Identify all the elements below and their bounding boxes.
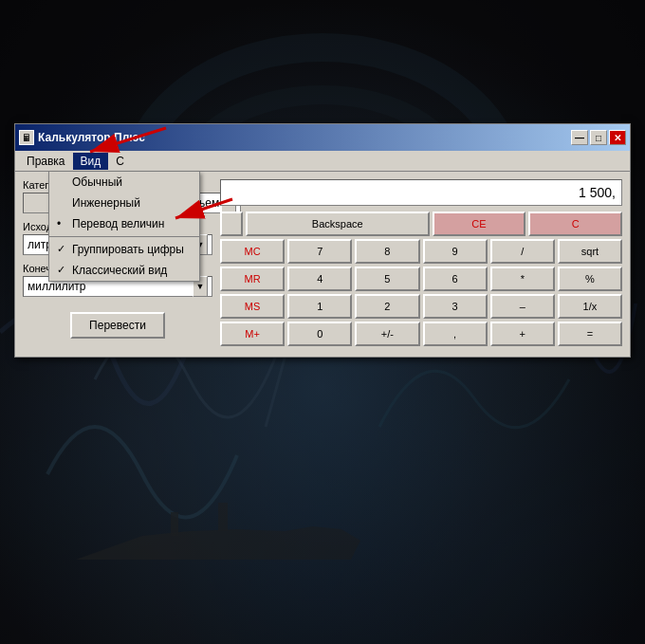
window-controls: — □ ✕	[571, 130, 626, 145]
percent-button[interactable]: %	[558, 267, 622, 291]
menu-classic-view[interactable]: Классический вид	[49, 260, 199, 281]
target-value: миллилитр	[28, 280, 191, 293]
plus-button[interactable]: +	[490, 322, 555, 346]
view-dropdown-menu: Обычный Инженерный Перевод величин Групп…	[48, 172, 200, 282]
svg-rect-1	[171, 512, 178, 536]
btn-1[interactable]: 1	[287, 294, 352, 319]
btn-5[interactable]: 5	[355, 267, 419, 291]
menu-bar: Правка Вид С Обычный Инженерный Перевод …	[15, 151, 630, 172]
display-value: 1 500,	[579, 185, 616, 200]
reciprocal-button[interactable]: 1/x	[558, 294, 622, 319]
menu-unit-conversion[interactable]: Перевод величин	[49, 213, 199, 234]
btn-8[interactable]: 8	[355, 239, 419, 264]
sqrt-button[interactable]: sqrt	[558, 239, 622, 264]
backspace-button[interactable]: Backspace	[246, 212, 430, 236]
menu-edit[interactable]: Правка	[19, 153, 73, 170]
btn-2[interactable]: 2	[355, 294, 419, 319]
btn-3[interactable]: 3	[423, 294, 488, 319]
maximize-button[interactable]: □	[590, 130, 607, 145]
btn-6[interactable]: 6	[423, 267, 488, 291]
multiply-button[interactable]: *	[490, 267, 555, 291]
c-button[interactable]: C	[528, 212, 622, 236]
small-box	[220, 212, 243, 236]
menu-misc[interactable]: С	[108, 153, 132, 170]
ms-button[interactable]: MS	[220, 294, 285, 319]
btn-9[interactable]: 9	[423, 239, 488, 264]
minus-button[interactable]: –	[490, 294, 555, 319]
sign-button[interactable]: +/-	[355, 322, 419, 346]
mplus-button[interactable]: M+	[220, 322, 285, 346]
menu-ordinary[interactable]: Обычный	[49, 172, 199, 193]
minimize-button[interactable]: —	[571, 130, 588, 145]
equals-button[interactable]: =	[558, 322, 622, 346]
menu-divider	[49, 236, 199, 237]
convert-button[interactable]: Перевести	[70, 312, 165, 339]
title-bar: 🖩 Калькулятор Плюс — □ ✕	[15, 124, 630, 151]
ce-button[interactable]: CE	[433, 212, 526, 236]
menu-view[interactable]: Вид	[73, 153, 109, 170]
calculator-display: 1 500,	[220, 179, 622, 206]
mc-button[interactable]: MC	[220, 239, 285, 264]
calculator-panel: 1 500, Backspace CE C MC 7 8 9 / sqrt MR	[220, 179, 622, 349]
menu-engineering[interactable]: Инженерный	[49, 193, 199, 213]
close-button[interactable]: ✕	[609, 130, 626, 145]
btn-7[interactable]: 7	[287, 239, 352, 264]
menu-group-digits[interactable]: Группировать цифры	[49, 239, 199, 260]
calculator-window: 🖩 Калькулятор Плюс — □ ✕ Правка Вид С Об…	[14, 123, 631, 358]
mr-button[interactable]: MR	[220, 267, 285, 291]
window-title: Калькулятор Плюс	[38, 131, 567, 144]
btn-4[interactable]: 4	[287, 267, 352, 291]
btn-0[interactable]: 0	[287, 322, 352, 346]
app-icon: 🖩	[19, 130, 34, 145]
comma-button[interactable]: ,	[423, 322, 488, 346]
divide-button[interactable]: /	[490, 239, 555, 264]
svg-rect-2	[218, 503, 228, 531]
